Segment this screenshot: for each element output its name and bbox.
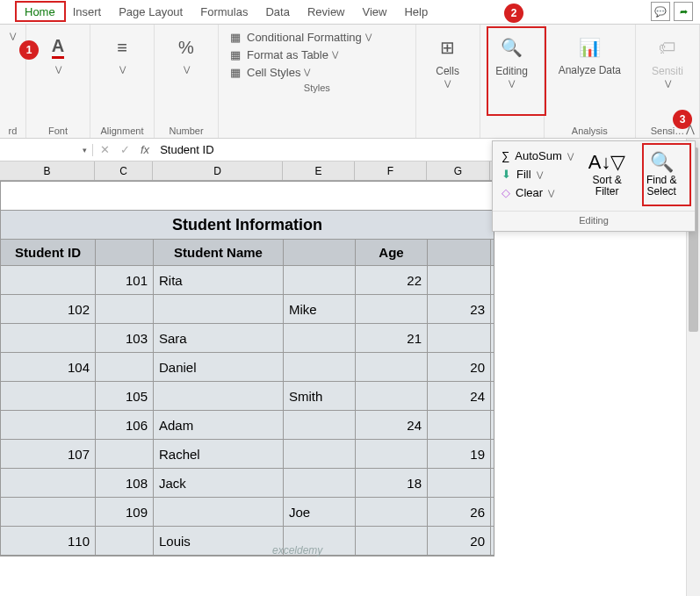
cell[interactable] [154,382,284,410]
cell[interactable]: 20 [428,353,491,381]
cell[interactable]: Daniel [154,353,284,381]
cell[interactable]: 109 [96,498,154,526]
cell[interactable] [356,295,428,323]
col-G[interactable]: G [427,162,490,180]
cell[interactable] [96,295,154,323]
cell[interactable] [428,324,491,352]
cell[interactable]: 24 [428,382,491,410]
col-D[interactable]: D [153,162,283,180]
col-C[interactable]: C [95,162,153,180]
analyze-data-button[interactable]: 📊 Analyze Data [553,28,626,80]
cell[interactable]: Joe [284,498,356,526]
cell[interactable] [96,440,154,468]
cell[interactable]: 104 [1,353,96,381]
cell[interactable]: 24 [356,411,428,439]
share-button[interactable]: ➦ [674,2,693,21]
comments-button[interactable]: 💬 [651,2,670,21]
name-box[interactable]: ▾ [0,144,93,156]
editing-button[interactable]: 🔍 Editing ⋁ [489,28,535,91]
cell[interactable] [284,266,356,294]
cell[interactable] [428,266,491,294]
cell[interactable]: 20 [428,527,491,555]
cell[interactable] [96,527,154,555]
cell[interactable] [1,469,96,497]
tab-review[interactable]: Review [299,2,354,22]
cell[interactable] [154,498,284,526]
cell[interactable] [1,498,96,526]
cell[interactable]: Rachel [154,440,284,468]
cell[interactable]: Louis [154,527,284,555]
cancel-icon[interactable]: ✕ [100,143,110,156]
tab-formulas[interactable]: Formulas [191,2,256,22]
cell[interactable]: 26 [428,498,491,526]
format-as-table-button[interactable]: ▦ Format as Table ⋁ [227,46,407,63]
cell[interactable] [96,353,154,381]
tab-page-layout[interactable]: Page Layout [110,2,191,22]
sensitivity-button[interactable]: 🏷 Sensiti ⋁ [645,28,690,91]
cell[interactable] [284,440,356,468]
cell[interactable] [284,411,356,439]
cell[interactable]: Mike [284,295,356,323]
cell[interactable]: 101 [96,266,154,294]
cell[interactable] [356,527,428,555]
cell[interactable] [154,295,284,323]
cell[interactable] [428,469,491,497]
tab-insert[interactable]: Insert [64,2,111,22]
header-blank-c[interactable] [96,240,154,265]
cell[interactable] [284,324,356,352]
cell[interactable]: Jack [154,469,284,497]
conditional-formatting-button[interactable]: ▦ Conditional Formatting ⋁ [227,28,407,46]
cell[interactable] [284,469,356,497]
clear-button[interactable]: ◇ Clear ⋁ [502,183,574,202]
clipboard-button[interactable]: ⋁ [4,28,21,44]
cell[interactable]: 105 [96,382,154,410]
cell[interactable] [1,266,96,294]
cell[interactable]: Adam [154,411,284,439]
sort-filter-button[interactable]: A↓▽ Sort & Filter [582,147,632,201]
cell[interactable]: 22 [356,266,428,294]
cell[interactable] [1,382,96,410]
cell[interactable]: 108 [96,469,154,497]
cell[interactable] [356,440,428,468]
col-F[interactable]: F [355,162,427,180]
tab-help[interactable]: Help [395,2,437,22]
cell[interactable]: Smith [284,382,356,410]
fx-icon[interactable]: fx [141,143,149,156]
cell[interactable] [356,498,428,526]
font-color-button[interactable]: A ⋁ [35,28,81,77]
tab-home[interactable]: Home [16,2,64,22]
cell[interactable]: 19 [428,440,491,468]
header-student-id[interactable]: Student ID [1,240,96,265]
cell[interactable] [1,411,96,439]
cell[interactable] [284,353,356,381]
cell[interactable]: 23 [428,295,491,323]
fill-button[interactable]: ⬇ Fill ⋁ [502,165,574,183]
tab-data[interactable]: Data [256,2,298,22]
cells-button[interactable]: ⊞ Cells ⋁ [425,28,471,91]
cell[interactable] [356,382,428,410]
alignment-button[interactable]: ≡ ⋁ [99,28,145,77]
cell[interactable]: 106 [96,411,154,439]
cell[interactable]: Sara [154,324,284,352]
cell[interactable]: 18 [356,469,428,497]
cell[interactable]: 21 [356,324,428,352]
header-student-name[interactable]: Student Name [154,240,284,265]
cell-styles-button[interactable]: ▦ Cell Styles ⋁ [227,63,407,81]
number-button[interactable]: % ⋁ [163,28,209,77]
header-blank-e[interactable] [284,240,356,265]
find-select-button[interactable]: 🔍 Find & Select [634,147,689,201]
worksheet[interactable]: Student Information Student ID Student N… [0,181,494,557]
cell[interactable]: 107 [1,440,96,468]
cell[interactable]: 103 [96,324,154,352]
header-age[interactable]: Age [356,240,428,265]
autosum-button[interactable]: ∑ AutoSum ⋁ [502,147,574,165]
cell[interactable] [356,353,428,381]
col-E[interactable]: E [283,162,355,180]
sheet-title[interactable]: Student Information [1,211,494,240]
cell[interactable]: 110 [1,527,96,555]
cell[interactable] [1,324,96,352]
enter-icon[interactable]: ✓ [120,143,130,156]
formula-input[interactable]: Student ID [160,143,213,156]
cell[interactable] [428,411,491,439]
cell[interactable]: Rita [154,266,284,294]
